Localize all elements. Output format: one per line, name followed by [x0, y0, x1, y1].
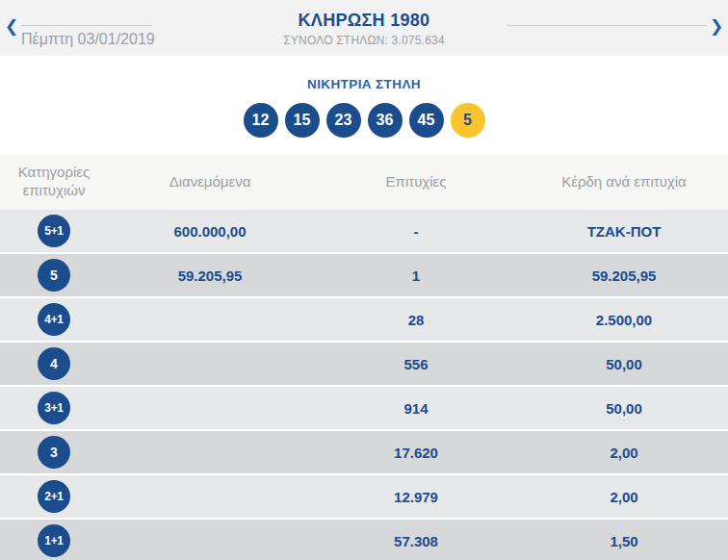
- category-badge: 1+1: [38, 524, 70, 557]
- results-table-body: 5+1 600.000,00 - ΤΖΑΚ-ΠΟΤ 5 59.205,95 1 …: [0, 210, 728, 560]
- table-row: 1+1 57.308 1,50: [0, 520, 728, 560]
- payout-cell: 1,50: [520, 533, 728, 549]
- winning-number-ball: 23: [326, 103, 361, 138]
- column-header-categories: Κατηγορίες επιτυχιών: [10, 164, 98, 200]
- column-header-distributed: Διανεμόμενα: [108, 173, 312, 191]
- winning-number-ball: 36: [368, 103, 403, 138]
- table-row: 5+1 600.000,00 - ΤΖΑΚ-ΠΟΤ: [0, 210, 728, 252]
- category-cell: 3+1: [0, 392, 108, 424]
- winners-cell: 1: [312, 267, 520, 284]
- category-badge: 3+1: [38, 392, 70, 424]
- category-badge: 5: [38, 259, 70, 292]
- divider-line-right: [507, 25, 708, 26]
- category-badge: 3: [38, 436, 70, 469]
- payout-cell: 50,00: [520, 356, 728, 372]
- payout-cell: 2,00: [520, 445, 728, 461]
- payout-cell: 2,00: [520, 489, 728, 505]
- winning-number-ball: 12: [244, 103, 278, 138]
- payout-cell: 59.205,95: [520, 267, 728, 284]
- winners-cell: 556: [312, 356, 520, 372]
- winners-cell: 28: [312, 312, 520, 328]
- prev-draw-button[interactable]: ❮: [1, 13, 22, 38]
- table-row: 2+1 12.979 2,00: [0, 475, 728, 518]
- winning-column-section: ΝΙΚΗΤΡΙΑ ΣΤΗΛΗ 12152336455: [0, 56, 728, 154]
- winners-cell: 57.308: [312, 533, 520, 549]
- winning-column-heading: ΝΙΚΗΤΡΙΑ ΣΤΗΛΗ: [0, 56, 728, 91]
- payout-cell: 50,00: [520, 400, 728, 417]
- category-cell: 4+1: [0, 303, 108, 336]
- draw-date: Πέμπτη 03/01/2019: [21, 31, 155, 48]
- winning-number-ball: 45: [409, 103, 444, 138]
- winners-cell: 12.979: [312, 489, 520, 505]
- category-cell: 2+1: [0, 480, 108, 513]
- category-cell: 3: [0, 436, 108, 469]
- table-row: 5 59.205,95 1 59.205,95: [0, 254, 728, 296]
- category-cell: 5+1: [0, 215, 108, 247]
- divider-line-left: [21, 25, 151, 26]
- category-badge: 4: [38, 347, 70, 380]
- category-cell: 5: [0, 259, 108, 292]
- column-header-payout: Κέρδη ανά επιτυχία: [520, 173, 728, 191]
- payout-cell: ΤΖΑΚ-ΠΟΤ: [520, 223, 728, 240]
- column-header-winners: Επιτυχίες: [312, 173, 520, 191]
- distributed-cell: 59.205,95: [108, 267, 312, 284]
- joker-draw-results-page: ❮ Πέμπτη 03/01/2019 ΚΛΗΡΩΣΗ 1980 ΣΥΝΟΛΟ …: [0, 0, 728, 560]
- category-badge: 2+1: [38, 480, 70, 513]
- category-cell: 1+1: [0, 524, 108, 557]
- payout-cell: 2.500,00: [520, 312, 728, 328]
- winners-cell: 17.620: [312, 445, 520, 461]
- category-badge: 4+1: [38, 303, 70, 336]
- winners-cell: 914: [312, 400, 520, 417]
- table-row: 4+1 28 2.500,00: [0, 298, 728, 341]
- winners-cell: -: [312, 223, 520, 240]
- category-badge: 5+1: [38, 215, 70, 247]
- table-row: 3+1 914 50,00: [0, 387, 728, 429]
- distributed-cell: 600.000,00: [108, 223, 312, 240]
- next-draw-button[interactable]: ❯: [706, 13, 727, 38]
- table-row: 4 556 50,00: [0, 343, 728, 385]
- table-row: 3 17.620 2,00: [0, 431, 728, 473]
- joker-number-ball: 5: [451, 103, 485, 138]
- results-table: Κατηγορίες επιτυχιών Διανεμόμενα Επιτυχί…: [0, 154, 728, 560]
- winning-numbers: 12152336455: [0, 103, 728, 138]
- category-cell: 4: [0, 347, 108, 380]
- chevron-right-icon: ❯: [710, 16, 723, 36]
- chevron-left-icon: ❮: [5, 16, 18, 36]
- results-table-header: Κατηγορίες επιτυχιών Διανεμόμενα Επιτυχί…: [0, 154, 728, 210]
- draw-title: ΚΛΗΡΩΣΗ 1980: [0, 11, 728, 31]
- draw-header: ❮ Πέμπτη 03/01/2019 ΚΛΗΡΩΣΗ 1980 ΣΥΝΟΛΟ …: [0, 0, 728, 56]
- winning-number-ball: 15: [285, 103, 320, 138]
